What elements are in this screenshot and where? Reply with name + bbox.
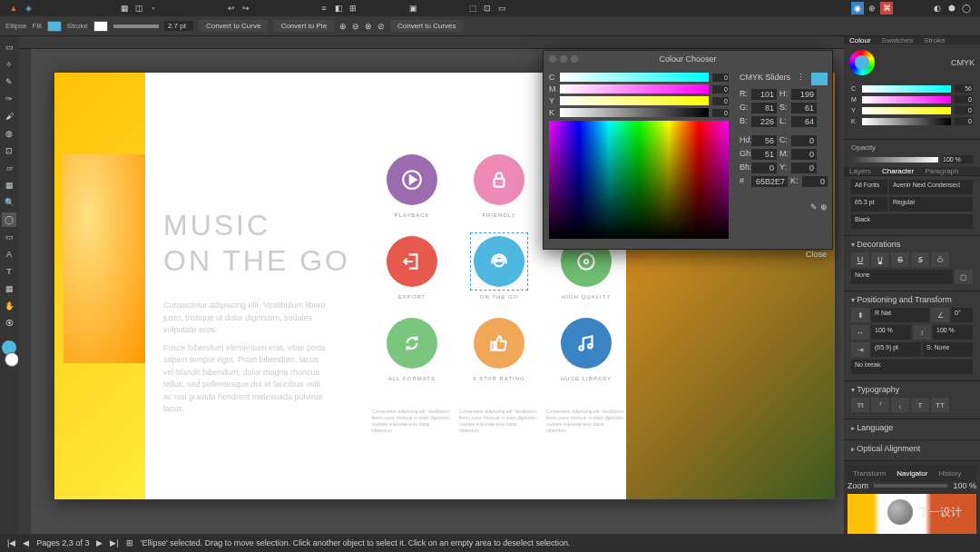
convert-curve-button[interactable]: Convert to Curve	[199, 20, 268, 32]
preflight-icon[interactable]: ⊞	[126, 538, 133, 547]
table-tool[interactable]: ▦	[2, 281, 16, 296]
typography-label[interactable]: ▾ Typography	[851, 385, 973, 394]
cc-mode[interactable]: CMYK Sliders	[740, 73, 790, 85]
cc-slider-c[interactable]	[560, 73, 709, 82]
hand-tool[interactable]: ✋	[2, 299, 16, 313]
nav-prev-icon[interactable]: ◀	[23, 538, 29, 547]
node-tool[interactable]: ✧	[2, 57, 16, 72]
cc-r[interactable]: 101	[751, 89, 777, 100]
slider-m[interactable]	[862, 96, 951, 104]
cc-s[interactable]: 61	[791, 103, 817, 113]
slider-c[interactable]	[862, 85, 951, 93]
op-icon-1[interactable]: ⊕	[339, 22, 347, 31]
frame-text-tool[interactable]: T	[2, 264, 16, 279]
headphone-icon[interactable]	[474, 236, 524, 287]
music-icon[interactable]	[561, 318, 612, 369]
dist-icon[interactable]: ◧	[332, 2, 345, 15]
zoom-slider[interactable]	[874, 484, 947, 488]
op-icon-3[interactable]: ⊗	[365, 22, 372, 31]
thumbsup-icon[interactable]	[474, 318, 524, 369]
strike-btn[interactable]: S	[891, 252, 909, 267]
guides-icon[interactable]: ▫	[147, 2, 160, 15]
stroke-width[interactable]: 2.7 pt	[164, 21, 193, 31]
persona-3-icon[interactable]: ⌘	[880, 2, 893, 15]
tab-transform[interactable]: Transform	[848, 469, 891, 478]
nav-last-icon[interactable]: ▶|	[110, 538, 118, 547]
sync-icon[interactable]: ◯	[960, 2, 973, 15]
font-colour[interactable]: Black	[851, 214, 973, 229]
close-dot[interactable]	[549, 55, 556, 63]
pencil-tool[interactable]: ✑	[2, 92, 16, 106]
cc-b[interactable]: 226	[751, 116, 777, 127]
optical-align-label[interactable]: ▸ Optical Alignment	[851, 444, 973, 453]
op-icon-4[interactable]: ⊘	[377, 22, 385, 31]
slider-y[interactable]	[862, 107, 951, 114]
colour-mode[interactable]: CMYK	[951, 58, 975, 67]
font-select[interactable]: Avenir Next Condensed	[889, 180, 973, 194]
font-weight[interactable]: Regular	[889, 197, 973, 212]
overline-btn[interactable]: Ō	[931, 252, 949, 267]
close-button[interactable]: Close	[544, 244, 832, 264]
persona-2-icon[interactable]: ⊕	[866, 2, 878, 15]
language-label[interactable]: ▸ Language	[851, 423, 973, 432]
pos-3[interactable]: ↔	[851, 325, 869, 340]
nav-first-icon[interactable]: |◀	[7, 538, 15, 547]
fill-swatch[interactable]	[47, 21, 62, 32]
bg-colour[interactable]	[5, 352, 19, 367]
cc-add-icon[interactable]: ⊕	[820, 202, 828, 212]
placeimg-tool[interactable]: ▦	[2, 178, 16, 192]
play-icon[interactable]	[387, 154, 437, 205]
tab-navigator[interactable]: Navigator	[891, 469, 933, 478]
rect-tool[interactable]: ▭	[2, 230, 16, 244]
max-dot[interactable]	[571, 55, 578, 63]
cc-hex[interactable]: 65B2E7	[751, 176, 788, 187]
lock-icon[interactable]	[474, 154, 524, 205]
stroke-swatch[interactable]	[93, 21, 108, 32]
colour-chooser-dialog[interactable]: Colour Chooser C0 M0 Y0 K0 CMYK Sliders⋮…	[543, 50, 833, 250]
pen-tool[interactable]: ✎	[2, 74, 16, 89]
pos-4[interactable]: ↕	[913, 325, 931, 340]
help-icon[interactable]: ⬢	[946, 2, 958, 15]
colour-area[interactable]	[549, 121, 729, 239]
tab-colour[interactable]: Colour	[844, 36, 877, 44]
colour-wheel[interactable]	[849, 50, 875, 75]
underline-btn[interactable]: U	[851, 252, 869, 267]
mask-icon[interactable]: ▭	[495, 2, 508, 15]
snap-icon[interactable]: ◫	[132, 2, 145, 15]
opacity-slider[interactable]	[851, 157, 938, 163]
grid-icon[interactable]: ▦	[118, 2, 131, 15]
shape-tool[interactable]: ▱	[2, 161, 16, 175]
tab-history[interactable]: History	[933, 469, 966, 478]
zoom-value[interactable]: 100 %	[953, 481, 976, 490]
pos-2[interactable]: ∠	[931, 308, 949, 322]
cc-l[interactable]: 64	[791, 116, 817, 127]
export-icon[interactable]	[387, 236, 437, 287]
pos-1[interactable]: ⬍	[851, 308, 869, 322]
art-text-tool[interactable]: A	[2, 247, 16, 261]
dbl-strike-btn[interactable]: S̶	[911, 252, 929, 267]
cc-eyedropper-icon[interactable]: ✎	[810, 202, 818, 212]
fill-tool[interactable]: ◍	[2, 126, 16, 141]
zoom-tool[interactable]: 🔍	[2, 195, 16, 210]
cc-h[interactable]: 199	[791, 89, 817, 100]
dec-none[interactable]: None	[851, 270, 953, 284]
cc-slider-k[interactable]	[560, 108, 709, 117]
undo-icon[interactable]: ↩	[225, 2, 238, 15]
ellipse-tool[interactable]: ◯	[2, 212, 16, 227]
convert-pie-button[interactable]: Convert to Pie	[273, 20, 334, 32]
tab-character[interactable]: Character	[877, 167, 919, 175]
persona-1-icon[interactable]: ◉	[851, 2, 864, 15]
tab-swatches[interactable]: Swatches	[877, 36, 919, 44]
arrange-icon[interactable]: ⊞	[347, 2, 359, 15]
crop-tool[interactable]: ⊡	[2, 143, 16, 158]
page-left[interactable]: MUSIC ON THE GO Consectetur adipiscing e…	[54, 73, 354, 499]
colour-picker-tool[interactable]: ⦿	[2, 316, 16, 330]
dec-sw[interactable]: ▢	[955, 270, 973, 284]
cc-slider-m[interactable]	[560, 84, 709, 94]
font-size[interactable]: 65.3 pt	[851, 197, 887, 212]
convert-curves-button[interactable]: Convert to Curves	[390, 20, 463, 32]
no-break[interactable]: No break	[851, 360, 973, 374]
stroke-slider[interactable]	[113, 25, 159, 28]
sync-icon-c[interactable]	[387, 318, 437, 369]
slider-k[interactable]	[862, 118, 951, 125]
